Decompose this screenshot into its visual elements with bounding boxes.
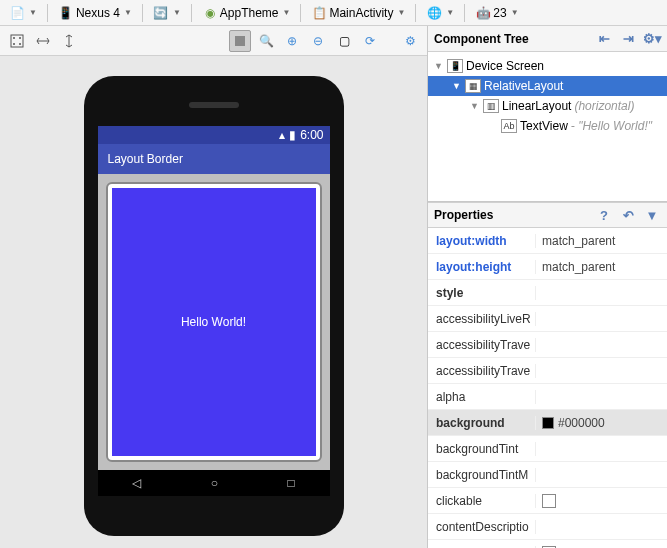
svg-rect-0 <box>11 35 23 47</box>
prop-name: style <box>428 286 536 300</box>
status-bar: ▴ ▮ 6:00 <box>98 126 330 144</box>
node-secondary: (horizontal) <box>574 99 634 113</box>
node-secondary: - "Hello World!" <box>571 119 652 133</box>
component-tree[interactable]: ▼📱Device Screen▼▦RelativeLayout▼▥LinearL… <box>428 52 667 202</box>
prop-row-backgroundtintm[interactable]: backgroundTintM <box>428 462 667 488</box>
design-mode-button[interactable] <box>229 30 251 52</box>
prop-name: layout:width <box>428 234 536 248</box>
locale-selector[interactable]: 🌐▼ <box>421 2 459 24</box>
vert-expand-tool[interactable] <box>58 30 80 52</box>
canvas-viewport[interactable]: ▴ ▮ 6:00 Layout Border Hello World! <box>0 56 427 548</box>
text-view[interactable]: Hello World! <box>112 188 316 456</box>
prop-row-alpha[interactable]: alpha <box>428 384 667 410</box>
prop-name: alpha <box>428 390 536 404</box>
expand-vert-icon[interactable]: ⇥ <box>619 30 637 48</box>
prop-value[interactable]: match_parent <box>536 260 667 274</box>
prop-row-layoutwidth[interactable]: layout:widthmatch_parent <box>428 228 667 254</box>
device-screen[interactable]: ▴ ▮ 6:00 Layout Border Hello World! <box>98 126 330 496</box>
undo-icon[interactable]: ↶ <box>619 206 637 224</box>
twisty-icon: ▼ <box>434 61 444 71</box>
prop-row-style[interactable]: style <box>428 280 667 306</box>
theme-selector[interactable]: ◉AppTheme▼ <box>197 2 296 24</box>
prop-name: contentDescriptio <box>428 520 536 534</box>
expand-horiz-icon[interactable]: ⇤ <box>595 30 613 48</box>
orientation-button[interactable]: 🔄▼ <box>148 2 186 24</box>
checkbox[interactable] <box>542 494 556 508</box>
prop-row-accessibilitytrave[interactable]: accessibilityTrave <box>428 332 667 358</box>
prop-value[interactable]: #000000 <box>536 416 667 430</box>
svg-point-2 <box>19 37 21 39</box>
twisty-icon: ▼ <box>470 101 480 111</box>
signal-icon: ▴ <box>279 128 285 142</box>
viewport-button[interactable]: ▢ <box>333 30 355 52</box>
prop-value[interactable]: match_parent <box>536 234 667 248</box>
config-toolbar: 📄▼ 📱Nexus 4▼ 🔄▼ ◉AppTheme▼ 📋MainActivity… <box>0 0 667 26</box>
prop-name: background <box>428 416 536 430</box>
home-icon: ○ <box>211 476 218 490</box>
node-label: TextView <box>520 119 568 133</box>
node-icon: ▥ <box>483 99 499 113</box>
filter-icon[interactable]: ▼ <box>643 206 661 224</box>
battery-icon: ▮ <box>289 128 296 142</box>
help-icon[interactable]: ? <box>595 206 613 224</box>
tree-row-textview[interactable]: AbTextView - "Hello World!" <box>428 116 667 136</box>
svg-rect-5 <box>235 36 245 46</box>
svg-point-1 <box>13 37 15 39</box>
node-label: Device Screen <box>466 59 544 73</box>
node-label: RelativeLayout <box>484 79 563 93</box>
svg-point-3 <box>13 43 15 45</box>
node-icon: Ab <box>501 119 517 133</box>
node-label: LinearLayout <box>502 99 571 113</box>
svg-point-4 <box>19 43 21 45</box>
prop-row-contentdescriptio[interactable]: contentDescriptio <box>428 514 667 540</box>
activity-selector[interactable]: 📋MainActivity▼ <box>306 2 410 24</box>
prop-row-clickable[interactable]: clickable <box>428 488 667 514</box>
prop-row-accessibilityliver[interactable]: accessibilityLiveR <box>428 306 667 332</box>
status-time: 6:00 <box>300 128 323 142</box>
prop-row-contextclickable[interactable]: contextClickable <box>428 540 667 548</box>
select-tool[interactable] <box>6 30 28 52</box>
app-bar: Layout Border <box>98 144 330 174</box>
prop-row-backgroundtint[interactable]: backgroundTint <box>428 436 667 462</box>
api-selector[interactable]: 🤖23▼ <box>470 2 523 24</box>
prop-name: accessibilityTrave <box>428 338 536 352</box>
prop-row-layoutheight[interactable]: layout:heightmatch_parent <box>428 254 667 280</box>
device-selector[interactable]: 📱Nexus 4▼ <box>53 2 137 24</box>
node-icon: ▦ <box>465 79 481 93</box>
horiz-expand-tool[interactable] <box>32 30 54 52</box>
tree-row-device-screen[interactable]: ▼📱Device Screen <box>428 56 667 76</box>
prop-name: accessibilityLiveR <box>428 312 536 326</box>
content-area[interactable]: Hello World! <box>98 174 330 470</box>
app-title: Layout Border <box>108 152 183 166</box>
node-icon: 📱 <box>447 59 463 73</box>
tree-row-relativelayout[interactable]: ▼▦RelativeLayout <box>428 76 667 96</box>
prop-name: layout:height <box>428 260 536 274</box>
prop-name: backgroundTintM <box>428 468 536 482</box>
design-canvas-panel: 🔍 ⊕ ⊖ ▢ ⟳ ⚙ ▴ ▮ 6:00 Layout Border <box>0 26 428 548</box>
design-toolbar: 🔍 ⊕ ⊖ ▢ ⟳ ⚙ <box>0 26 427 56</box>
component-tree-header: Component Tree ⇤ ⇥ ⚙▾ <box>428 26 667 52</box>
prop-row-accessibilitytrave[interactable]: accessibilityTrave <box>428 358 667 384</box>
device-frame: ▴ ▮ 6:00 Layout Border Hello World! <box>84 76 344 536</box>
back-icon: ◁ <box>132 476 141 490</box>
prop-name: backgroundTint <box>428 442 536 456</box>
zoom-fit-button[interactable]: 🔍 <box>255 30 277 52</box>
properties-table[interactable]: layout:widthmatch_parentlayout:heightmat… <box>428 228 667 548</box>
properties-title: Properties <box>434 208 493 222</box>
prop-name: accessibilityTrave <box>428 364 536 378</box>
tree-row-linearlayout[interactable]: ▼▥LinearLayout (horizontal) <box>428 96 667 116</box>
android-nav-bar: ◁ ○ □ <box>98 470 330 496</box>
settings-gear-button[interactable]: ⚙ <box>399 30 421 52</box>
refresh-button[interactable]: ⟳ <box>359 30 381 52</box>
prop-row-background[interactable]: background#000000 <box>428 410 667 436</box>
properties-header: Properties ? ↶ ▼ <box>428 202 667 228</box>
new-config-button[interactable]: 📄▼ <box>4 2 42 24</box>
linear-layout[interactable]: Hello World! <box>106 182 322 462</box>
right-panel: Component Tree ⇤ ⇥ ⚙▾ ▼📱Device Screen▼▦R… <box>428 26 667 548</box>
panel-title: Component Tree <box>434 32 529 46</box>
tree-menu-icon[interactable]: ⚙▾ <box>643 30 661 48</box>
zoom-out-button[interactable]: ⊖ <box>307 30 329 52</box>
prop-value[interactable] <box>536 494 667 508</box>
zoom-in-button[interactable]: ⊕ <box>281 30 303 52</box>
recent-icon: □ <box>288 476 295 490</box>
